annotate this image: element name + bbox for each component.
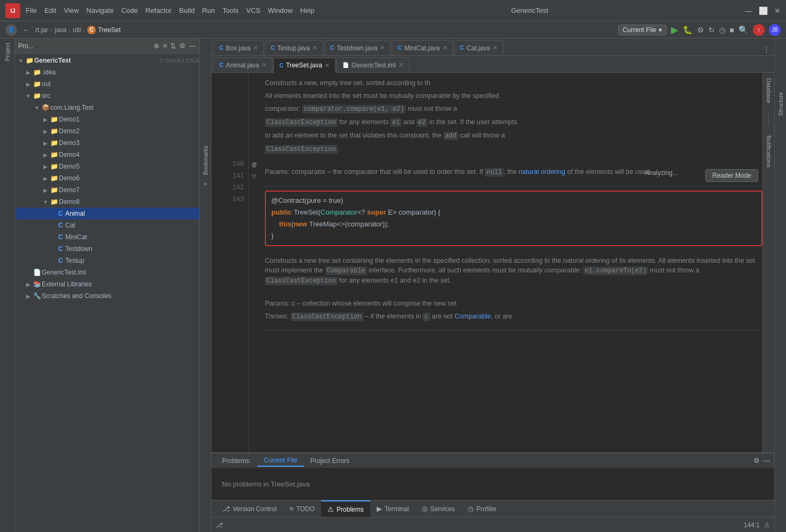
menu-view[interactable]: View (64, 6, 79, 14)
current-file-dropdown[interactable]: Current File ▾ (618, 25, 667, 35)
btab-version-control[interactable]: ⎇ Version Control (216, 500, 283, 517)
sidebar-tree-icon[interactable]: ≡ (163, 42, 167, 50)
sidebar-gear-icon[interactable]: ⚙ (179, 42, 186, 50)
close-animal-tab[interactable]: ✕ (262, 62, 266, 69)
tree-idea[interactable]: ▶ 📁 .idea (15, 66, 199, 78)
warnings-icon[interactable]: ⚠ (764, 521, 770, 529)
tree-iml[interactable]: 📄GenericTest.iml (15, 267, 199, 278)
tab-treeset[interactable]: C TreeSet.java ✕ (273, 58, 335, 73)
problems-tab-project-errors[interactable]: Project Errors (304, 455, 356, 466)
tree-animal[interactable]: CAnimal (15, 208, 199, 219)
close-treeset-tab[interactable]: ✕ (325, 62, 330, 69)
breadcrumb-rt[interactable]: rt.jar (35, 26, 48, 34)
tree-testup[interactable]: CTestup (15, 255, 199, 267)
menu-refactor[interactable]: Refactor (146, 6, 172, 14)
problems-minimize-icon[interactable]: — (763, 457, 770, 465)
breadcrumb-java[interactable]: java (55, 26, 66, 34)
tree-demo8[interactable]: ▼📁Demo8 (15, 196, 199, 208)
menu-tools[interactable]: Tools (223, 6, 239, 14)
stop-icon[interactable]: ■ (730, 26, 734, 34)
tree-demo2[interactable]: ▶📁Demo2 (15, 125, 199, 137)
right-tool-strip: Database Notifications (762, 73, 774, 452)
close-cat-tab[interactable]: ✕ (493, 44, 498, 51)
tab-iml[interactable]: 📄 GenericTest.iml ✕ (337, 57, 409, 72)
close-iml-tab[interactable]: ✕ (399, 62, 403, 69)
tree-demo5[interactable]: ▶📁Demo5 (15, 161, 199, 172)
close-btn[interactable]: ✕ (774, 6, 781, 15)
tab-testup[interactable]: C Testup.java ✕ (265, 40, 323, 55)
btab-profiler[interactable]: ◷ Profiler (461, 500, 503, 517)
notifications-label[interactable]: Notifications (766, 135, 772, 168)
bookmarks-label[interactable]: Bookmarks (202, 146, 209, 175)
close-box-tab[interactable]: ✕ (253, 44, 258, 51)
upload-icon[interactable]: ↑ (753, 24, 765, 36)
tree-src[interactable]: ▼ 📁 src (15, 90, 199, 102)
breadcrumb-treeset[interactable]: TreeSet (98, 26, 120, 34)
back-btn[interactable]: ← (19, 25, 33, 35)
maximize-btn[interactable]: ⬜ (759, 6, 768, 15)
problems-icon: ⚠ (327, 505, 334, 513)
menu-code[interactable]: Code (121, 6, 138, 14)
search-icon[interactable]: 🔍 (738, 25, 749, 35)
gutter-icon-140[interactable]: @ (249, 158, 260, 170)
menu-navigate[interactable]: Navigate (86, 6, 113, 14)
menu-edit[interactable]: Edit (44, 6, 56, 14)
btab-services[interactable]: ◎ Services (415, 500, 461, 517)
close-testup-tab[interactable]: ✕ (312, 44, 317, 51)
jetbrains-icon[interactable]: JB (769, 24, 781, 36)
profile-icon[interactable]: ◷ (719, 26, 726, 34)
git-icon[interactable]: ⎇ (216, 521, 223, 529)
menu-build[interactable]: Build (179, 6, 195, 14)
code-view[interactable]: Constructs a new, empty tree set, sorted… (260, 73, 762, 452)
structure-label[interactable]: Structure (777, 92, 784, 116)
tab-box[interactable]: C Box.java ✕ (213, 40, 264, 55)
tree-ext-libs[interactable]: ▶📚External Libraries (15, 278, 199, 290)
tab-minicat[interactable]: C MiniCat.java ✕ (392, 40, 453, 55)
tree-package[interactable]: ▼ 📦 com.Liang.Test (15, 102, 199, 113)
problems-tab-current-file[interactable]: Current File (257, 455, 304, 467)
tree-out[interactable]: ▶ 📁 out (15, 78, 199, 90)
tab-animal[interactable]: C Animal.java ✕ (213, 57, 272, 72)
menu-help[interactable]: Help (300, 6, 315, 14)
sidebar-minimize-icon[interactable]: — (189, 42, 196, 50)
build-icon[interactable]: ⚙ (697, 26, 704, 34)
menu-vcs[interactable]: VCS (246, 6, 261, 14)
btab-terminal[interactable]: ▶ Terminal (370, 500, 415, 517)
tab-more-btn[interactable]: ⋮ (761, 43, 772, 55)
tree-cat[interactable]: CCat (15, 219, 199, 231)
close-minicat-tab[interactable]: ✕ (442, 44, 447, 51)
tree-demo6[interactable]: ▶📁Demo6 (15, 172, 199, 184)
reload-icon[interactable]: ↻ (708, 26, 715, 34)
tree-scratches[interactable]: ▶🔧Scratches and Consoles (15, 290, 199, 302)
menu-window[interactable]: Window (268, 6, 293, 14)
run-icon[interactable]: ▶ (671, 24, 678, 36)
breadcrumb-profile[interactable]: 👤 (5, 24, 17, 36)
tree-demo4[interactable]: ▶📁Demo4 (15, 149, 199, 161)
tree-demo3[interactable]: ▶📁Demo3 (15, 137, 199, 149)
sidebar-locate-icon[interactable]: ⊕ (154, 42, 159, 50)
btab-todo[interactable]: ≡ TODO (283, 500, 321, 517)
tree-root[interactable]: ▼ 📁 GenericTest D:\IntelliJ IDEA (15, 55, 199, 66)
minimize-btn[interactable]: — (745, 6, 752, 15)
reader-mode-btn[interactable]: Reader Mode (705, 169, 758, 182)
menu-run[interactable]: Run (202, 6, 215, 14)
sidebar-sort-icon[interactable]: ⇅ (170, 42, 176, 50)
project-icon[interactable]: Project (3, 41, 12, 63)
tree-testdown[interactable]: CTestdown (15, 243, 199, 255)
bookmarks-arrow[interactable]: » (203, 180, 207, 187)
breadcrumb-util[interactable]: util (73, 26, 81, 34)
debug-icon[interactable]: 🐛 (683, 25, 693, 35)
problems-gear-icon[interactable]: ⚙ (753, 457, 760, 465)
tree-demo7[interactable]: ▶📁Demo7 (15, 184, 199, 196)
tab-testdown[interactable]: C Testdown.java ✕ (324, 40, 391, 55)
close-testdown-tab[interactable]: ✕ (380, 44, 385, 51)
tab-cat[interactable]: C Cat.java ✕ (454, 40, 503, 55)
btab-problems[interactable]: ⚠ Problems (321, 500, 370, 517)
tree-minicat[interactable]: CMiniCat (15, 231, 199, 243)
menu-file[interactable]: File (26, 6, 37, 14)
line-number-141: 141 (211, 170, 244, 182)
tree-demo1[interactable]: ▶📁Demo1 (15, 113, 199, 125)
problems-tab-problems[interactable]: Problems: (216, 455, 257, 466)
breadcrumb-sep3: › (83, 26, 85, 34)
database-label[interactable]: Database (766, 78, 772, 103)
